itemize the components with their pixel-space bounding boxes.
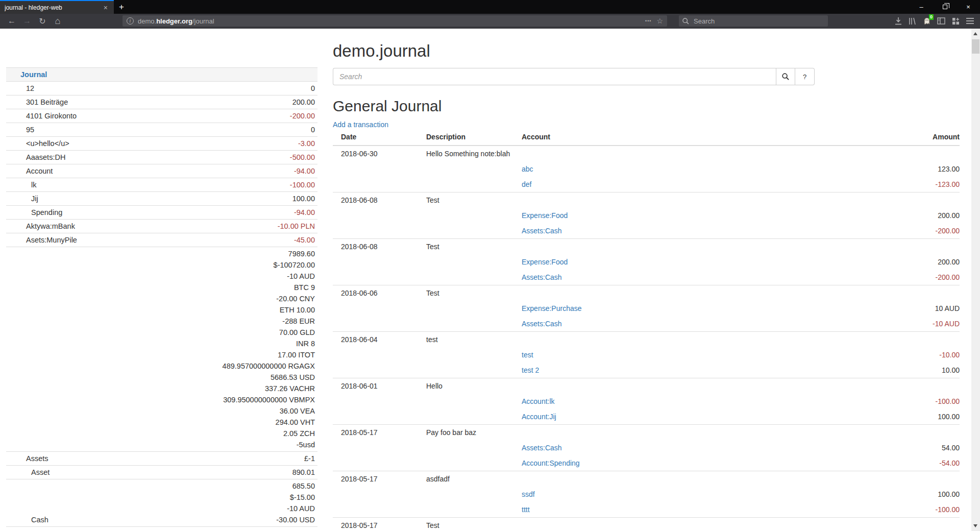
reload-button[interactable]: ↻ (35, 15, 50, 27)
extensions-grid-button[interactable] (948, 15, 963, 27)
browser-search-bar[interactable] (679, 15, 828, 27)
library-button[interactable] (905, 15, 920, 27)
sidebar-account-link[interactable]: Account (11, 165, 294, 177)
posting-account-link[interactable]: Account:lk (522, 397, 555, 405)
account-balance: BTC 9 (223, 282, 315, 293)
posting-account-link[interactable]: Expense:Food (522, 258, 568, 266)
sidebar-account-link[interactable]: 12 (11, 83, 311, 94)
window-minimize-button[interactable]: – (910, 0, 933, 14)
sidebar-account-row: Spending-94.00 (6, 205, 317, 219)
posting-line: test 210.00 (333, 363, 960, 378)
sidebar-account-row: 950 (6, 123, 317, 136)
scroll-down-arrow-icon[interactable] (973, 524, 977, 527)
page-scrollbar[interactable] (971, 29, 980, 531)
sidebar-account-link[interactable]: Jij (11, 193, 292, 204)
posting-line: Account:Spending-54.00 (333, 455, 960, 471)
sidebar-account-link[interactable]: 4101 Girokonto (11, 110, 290, 122)
url-prefix: demo. (138, 17, 156, 25)
account-balance: 36.00 VEA (223, 405, 315, 417)
tab-close-icon[interactable]: × (102, 4, 109, 11)
reload-icon: ↻ (39, 16, 45, 26)
back-button[interactable]: ← (4, 15, 19, 27)
journal-link[interactable]: Journal (11, 69, 315, 80)
browser-search-input[interactable] (693, 17, 810, 26)
add-transaction-link[interactable]: Add a transaction (333, 119, 388, 130)
sidebar-account-link[interactable]: 301 Beiträge (11, 96, 292, 108)
account-balance: -10.00 PLN (278, 221, 315, 232)
posting-account-cell: test 2 (522, 363, 878, 378)
posting-account-link[interactable]: def (522, 180, 531, 188)
transaction-row: 2018-06-04testtest-10.00test 210.00 (333, 332, 960, 378)
menu-button[interactable] (963, 15, 977, 27)
posting-account-link[interactable]: Expense:Food (522, 211, 568, 220)
journal-search-input[interactable] (333, 68, 776, 85)
scroll-up-arrow-icon[interactable] (973, 32, 977, 35)
posting-amount: -100.00 (878, 394, 960, 409)
posting-account-link[interactable]: Assets:Cash (522, 444, 562, 452)
sidebar-toggle-icon (937, 17, 945, 25)
posting-account-link[interactable]: test (522, 351, 533, 359)
header-description: Description (426, 132, 522, 142)
journal-search-button[interactable] (776, 68, 795, 85)
posting-account-link[interactable]: Account:Jij (522, 413, 556, 421)
posting-amount: 54.00 (878, 440, 960, 455)
account-balance: -117.00 (290, 528, 315, 531)
sidebar-account-link[interactable]: Aktywa:mBank (11, 221, 278, 232)
url-bar[interactable]: i demo.hledger.org/journal ••• ☆ (122, 15, 667, 27)
account-balances: -94.00 (294, 165, 315, 177)
posting-account-link[interactable]: Assets:Cash (522, 227, 562, 235)
window-close-button[interactable]: × (957, 0, 980, 14)
posting-amount: 10 AUD (878, 301, 960, 316)
header-date: Date (333, 132, 426, 142)
sidebar-toggle-button[interactable] (934, 15, 948, 27)
search-icon (682, 18, 689, 25)
posting-account-link[interactable]: test 2 (522, 366, 539, 374)
transaction-row: 2018-06-08TestExpense:Food200.00Assets:C… (333, 192, 960, 239)
posting-account-link[interactable]: Assets:Cash (522, 320, 562, 328)
posting-account-link[interactable]: Account:Spending (522, 459, 580, 467)
posting-account-link[interactable]: tttt (522, 505, 530, 514)
journal-table: Date Description Account Amount 2018-06-… (333, 132, 960, 531)
posting-account-link[interactable]: ssdf (522, 490, 535, 498)
new-tab-button[interactable]: + (114, 0, 129, 14)
sidebar-account-link[interactable]: 95 (11, 124, 311, 135)
scrollbar-thumb[interactable] (972, 39, 979, 54)
posting-line: Expense:Food200.00 (333, 208, 960, 223)
sidebar-account-link[interactable]: Spending (11, 207, 294, 218)
browser-tab[interactable]: journal - hledger-web × (0, 0, 114, 14)
downloads-button[interactable] (891, 15, 905, 27)
posting-account-link[interactable]: Expense:Purchase (522, 304, 582, 312)
posting-account-cell: Account:lk (522, 394, 878, 409)
sidebar-account-link[interactable]: lk (11, 179, 290, 190)
posting-amount: -200.00 (878, 223, 960, 238)
page-actions-icon[interactable]: ••• (645, 18, 651, 23)
account-balance: 7989.60 (223, 248, 315, 259)
posting-account-link[interactable]: abc (522, 165, 533, 173)
search-help-button[interactable]: ? (795, 68, 815, 85)
site-info-icon[interactable]: i (127, 17, 134, 25)
sidebar-account-link[interactable]: <u>hello</u> (11, 138, 298, 149)
transaction-header-line: 2018-05-17Test (333, 518, 960, 531)
posting-account-cell: Expense:Food (522, 208, 878, 223)
bookmark-star-icon[interactable]: ☆ (656, 17, 663, 25)
posting-account-cell: tttt (522, 502, 878, 517)
posting-account-link[interactable]: Assets:Cash (522, 273, 562, 281)
extension-button[interactable]: 0 (920, 15, 934, 27)
browser-toolbar: ← → ↻ ⌂ i demo.hledger.org/journal ••• ☆… (0, 14, 980, 29)
transaction-date: 2018-05-17 (333, 425, 426, 440)
sidebar-account-link[interactable]: Assets (11, 453, 304, 464)
account-balances: 0 (311, 124, 315, 135)
account-balance: -10 AUD (223, 271, 315, 282)
posting-amount: 10.00 (878, 363, 960, 378)
header-account: Account (522, 132, 878, 142)
window-restore-button[interactable] (933, 0, 957, 14)
hamburger-menu-icon (966, 18, 974, 24)
forward-button[interactable]: → (19, 15, 35, 27)
sidebar-account-link[interactable]: Asets:MunyPile (11, 234, 294, 246)
sidebar-account-link[interactable]: Asset (11, 467, 292, 478)
home-button[interactable]: ⌂ (50, 15, 65, 27)
sidebar-account-link[interactable]: Aaasets:DH (11, 152, 290, 163)
account-balance: -45.00 (294, 234, 315, 246)
sidebar-account-link[interactable]: Cash (11, 514, 276, 525)
posting-line: def-123.00 (333, 177, 960, 192)
